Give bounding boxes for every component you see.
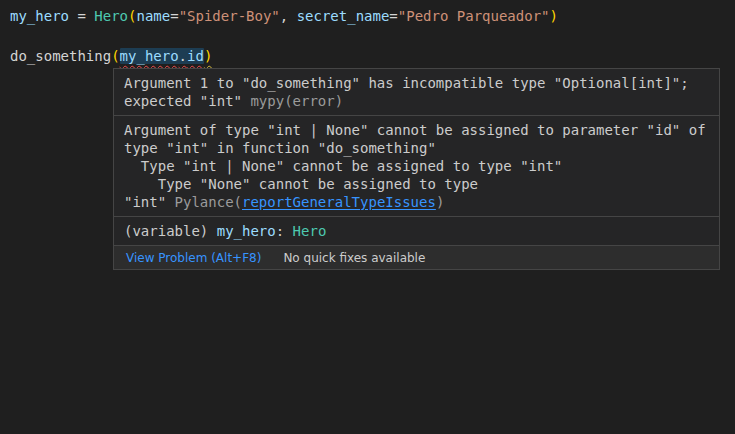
variable-type: Hero <box>293 223 327 239</box>
mypy-diagnostic-text: expected "int" <box>124 93 250 109</box>
code-line-blank <box>10 26 735 46</box>
code-line-2: do_something(my_hero.id) <box>10 46 735 66</box>
token-variable-my-hero: my_hero <box>10 8 69 24</box>
pylance-diagnostic-line-3: Type "int | None" cannot be assigned to … <box>124 157 709 175</box>
variable-kind-label: (variable) <box>124 223 217 239</box>
pylance-source-label: Pylance( <box>175 194 242 210</box>
pylance-diagnostic-section: Argument of type "int | None" cannot be … <box>114 115 719 216</box>
code-line-1: my_hero = Hero(name="Spider-Boy", secret… <box>10 6 735 26</box>
pylance-source-close-paren: ) <box>436 194 444 210</box>
token-close-paren: ) <box>550 8 558 24</box>
hover-status-bar: View Problem (Alt+F8) No quick fixes ava… <box>114 245 719 269</box>
hover-tooltip: Argument 1 to "do_something" has incompa… <box>113 68 720 270</box>
token-param-secret-name: secret_name <box>297 8 390 24</box>
report-general-type-issues-link[interactable]: reportGeneralTypeIssues <box>242 194 436 210</box>
token-assign-operator: = <box>69 8 94 24</box>
mypy-diagnostic-line-1: Argument 1 to "do_something" has incompa… <box>124 74 709 92</box>
token-string-spider-boy: "Spider-Boy" <box>179 8 280 24</box>
variable-info-line: (variable) my_hero: Hero <box>124 222 709 240</box>
pylance-diagnostic-text: "int" <box>124 194 175 210</box>
no-quick-fixes-label: No quick fixes available <box>283 251 425 265</box>
token-variable-my-hero: my_hero <box>120 48 179 64</box>
pylance-diagnostic-line-2: type "int" in function "do_something" <box>124 139 709 157</box>
token-class-hero: Hero <box>94 8 128 24</box>
pylance-diagnostic-line-5: "int" Pylance(reportGeneralTypeIssues) <box>124 193 709 211</box>
highlighted-expression-my-hero-id[interactable]: my_hero.id <box>120 48 204 64</box>
token-equals: = <box>389 8 397 24</box>
token-attribute-id: id <box>187 48 204 64</box>
token-equals: = <box>170 8 178 24</box>
variable-colon: : <box>276 223 293 239</box>
mypy-diagnostic-section: Argument 1 to "do_something" has incompa… <box>114 69 719 115</box>
token-string-pedro-parqueador: "Pedro Parqueador" <box>398 8 550 24</box>
token-param-name: name <box>136 8 170 24</box>
token-open-paren: ( <box>111 48 119 64</box>
variable-info-section: (variable) my_hero: Hero <box>114 216 719 245</box>
mypy-diagnostic-line-2: expected "int" mypy(error) <box>124 92 709 110</box>
pylance-diagnostic-line-4: Type "None" cannot be assigned to type <box>124 175 709 193</box>
token-comma: , <box>280 8 297 24</box>
view-problem-button[interactable]: View Problem (Alt+F8) <box>126 251 261 265</box>
mypy-source-label: mypy(error) <box>250 93 343 109</box>
token-dot: . <box>179 48 187 64</box>
token-function-do-something: do_something <box>10 48 111 64</box>
pylance-diagnostic-line-1: Argument of type "int | None" cannot be … <box>124 121 709 139</box>
token-close-paren: ) <box>204 48 212 64</box>
variable-name: my_hero <box>217 223 276 239</box>
